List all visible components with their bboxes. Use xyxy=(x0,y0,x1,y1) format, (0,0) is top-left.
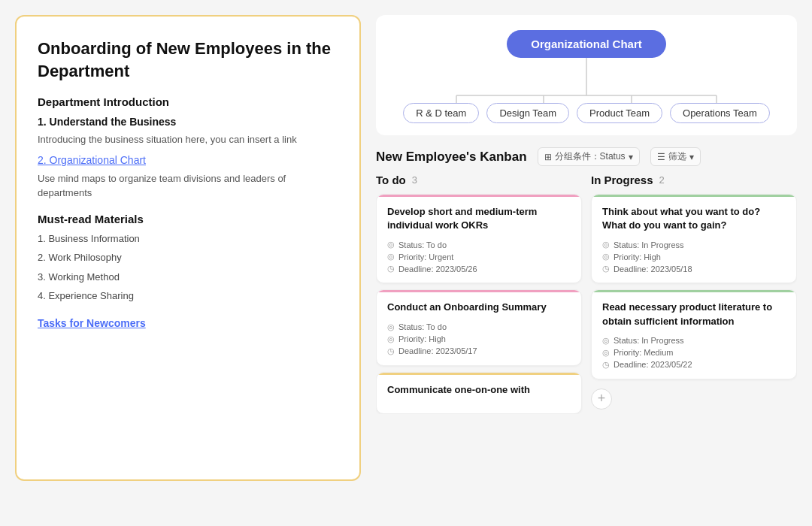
priority-icon: ◎ xyxy=(602,252,610,261)
filter-icon: ☰ xyxy=(657,152,665,162)
deadline-icon: ◷ xyxy=(387,346,395,356)
card-onboarding[interactable]: Conduct an Onboarding Summary ◎ Status: … xyxy=(376,289,582,365)
card-title: Communicate one-on-one with xyxy=(387,383,571,397)
meta-deadline: ◷ Deadline: 2023/05/22 xyxy=(602,360,786,370)
add-card-button[interactable]: + xyxy=(591,388,612,410)
kanban-header: New Employee's Kanban ⊞ 分组条件：Status ▾ ☰ … xyxy=(376,147,797,166)
deadline-text: Deadline: 2023/05/17 xyxy=(398,346,477,355)
priority-text: Priority: High xyxy=(398,334,446,343)
card-title: Conduct an Onboarding Summary xyxy=(387,301,571,314)
tasks-link[interactable]: Tasks for Newcomers xyxy=(38,317,338,329)
understand-business-title: 1. Understand the Business xyxy=(38,116,338,128)
org-chart-link[interactable]: 2. Organizational Chart xyxy=(38,154,146,166)
status-icon: ◎ xyxy=(387,240,395,249)
left-panel: Onboarding of New Employees in the Depar… xyxy=(15,15,361,481)
list-item: 2. Work Philosophy xyxy=(38,250,338,265)
priority-text: Priority: Medium xyxy=(614,348,673,357)
meta-priority: ◎ Priority: Medium xyxy=(602,348,786,358)
inprogress-count: 2 xyxy=(659,174,665,186)
deadline-text: Deadline: 2023/05/22 xyxy=(614,360,692,369)
chevron-down-icon: ▾ xyxy=(629,152,633,162)
meta-status: ◎ Status: To do xyxy=(387,240,571,249)
inprogress-header: In Progress 2 xyxy=(591,174,797,186)
card-title: Think about what you want to do? What do… xyxy=(602,205,786,232)
todo-title: To do xyxy=(376,174,406,186)
screen-label: 筛选 xyxy=(668,150,686,163)
priority-text: Priority: Urgent xyxy=(398,252,453,261)
deadline-text: Deadline: 2023/05/26 xyxy=(398,265,477,274)
meta-priority: ◎ Priority: High xyxy=(602,252,786,261)
understand-business-desc: Introducing the business situation here,… xyxy=(38,132,338,147)
inprogress-title: In Progress xyxy=(591,174,653,186)
page-title: Onboarding of New Employees in the Depar… xyxy=(38,38,338,82)
deadline-icon: ◷ xyxy=(602,264,610,274)
section-dept-intro: Department Introduction xyxy=(38,95,338,108)
kanban-section: New Employee's Kanban ⊞ 分组条件：Status ▾ ☰ … xyxy=(376,147,797,414)
right-panel: Organizational Chart R & D team Design T… xyxy=(376,15,797,414)
card-okr[interactable]: Develop short and medium-term individual… xyxy=(376,194,582,283)
priority-icon: ◎ xyxy=(602,348,610,358)
status-icon: ◎ xyxy=(387,322,395,332)
todo-header: To do 3 xyxy=(376,174,582,186)
filter-label: 分组条件：Status xyxy=(555,150,626,163)
card-read[interactable]: Read necessary product literature to obt… xyxy=(591,289,797,379)
status-text: Status: In Progress xyxy=(614,240,684,249)
meta-deadline: ◷ Deadline: 2023/05/18 xyxy=(602,264,786,274)
card-title: Read necessary product literature to obt… xyxy=(602,301,786,328)
card-meta: ◎ Status: To do ◎ Priority: High ◷ Deadl… xyxy=(387,322,571,356)
org-chart-desc: Use mind maps to organize team divisions… xyxy=(38,171,338,201)
must-read-heading: Must-read Materials xyxy=(38,213,338,225)
list-item: 1. Business Information xyxy=(38,231,338,246)
status-icon: ◎ xyxy=(602,336,610,346)
status-text: Status: In Progress xyxy=(614,336,684,345)
kanban-title: New Employee's Kanban xyxy=(376,150,527,165)
deadline-icon: ◷ xyxy=(602,360,610,370)
card-think[interactable]: Think about what you want to do? What do… xyxy=(591,194,797,283)
org-child-product: Product Team xyxy=(577,103,662,123)
group-filter[interactable]: ⊞ 分组条件：Status ▾ xyxy=(538,147,640,166)
todo-column: To do 3 Develop short and medium-term in… xyxy=(376,174,582,414)
meta-priority: ◎ Priority: High xyxy=(387,334,571,344)
org-children: R & D team Design Team Product Team Oper… xyxy=(403,103,770,123)
meta-deadline: ◷ Deadline: 2023/05/26 xyxy=(387,264,571,274)
card-meta: ◎ Status: In Progress ◎ Priority: Medium… xyxy=(602,336,786,370)
list-item: 3. Working Method xyxy=(38,270,338,285)
card-meta: ◎ Status: To do ◎ Priority: Urgent ◷ Dea… xyxy=(387,240,571,274)
priority-icon: ◎ xyxy=(387,334,395,344)
card-title: Develop short and medium-term individual… xyxy=(387,205,571,232)
org-child-design: Design Team xyxy=(486,103,569,123)
card-communicate[interactable]: Communicate one-on-one with xyxy=(376,372,582,414)
meta-status: ◎ Status: To do xyxy=(387,322,571,332)
org-lines xyxy=(414,58,759,103)
org-child-ops: Operations Team xyxy=(670,103,770,123)
inprogress-column: In Progress 2 Think about what you want … xyxy=(591,174,797,414)
org-chart-section: Organizational Chart R & D team Design T… xyxy=(376,15,797,135)
status-icon: ◎ xyxy=(602,240,610,249)
priority-icon: ◎ xyxy=(387,252,395,261)
org-root: Organizational Chart xyxy=(507,30,666,58)
status-text: Status: To do xyxy=(398,322,447,331)
grid-icon: ⊞ xyxy=(544,152,552,162)
meta-status: ◎ Status: In Progress xyxy=(602,240,786,249)
chevron-down-icon2: ▾ xyxy=(689,152,694,162)
priority-text: Priority: High xyxy=(614,252,661,261)
meta-priority: ◎ Priority: Urgent xyxy=(387,252,571,261)
meta-status: ◎ Status: In Progress xyxy=(602,336,786,346)
deadline-text: Deadline: 2023/05/18 xyxy=(614,265,692,274)
list-item: 4. Experience Sharing xyxy=(38,289,338,304)
meta-deadline: ◷ Deadline: 2023/05/17 xyxy=(387,346,571,356)
kanban-columns: To do 3 Develop short and medium-term in… xyxy=(376,174,797,414)
todo-count: 3 xyxy=(412,174,417,186)
deadline-icon: ◷ xyxy=(387,264,395,274)
status-text: Status: To do xyxy=(398,240,447,249)
card-meta: ◎ Status: In Progress ◎ Priority: High ◷… xyxy=(602,240,786,274)
screen-filter[interactable]: ☰ 筛选 ▾ xyxy=(650,147,701,166)
org-child-rd: R & D team xyxy=(403,103,479,123)
